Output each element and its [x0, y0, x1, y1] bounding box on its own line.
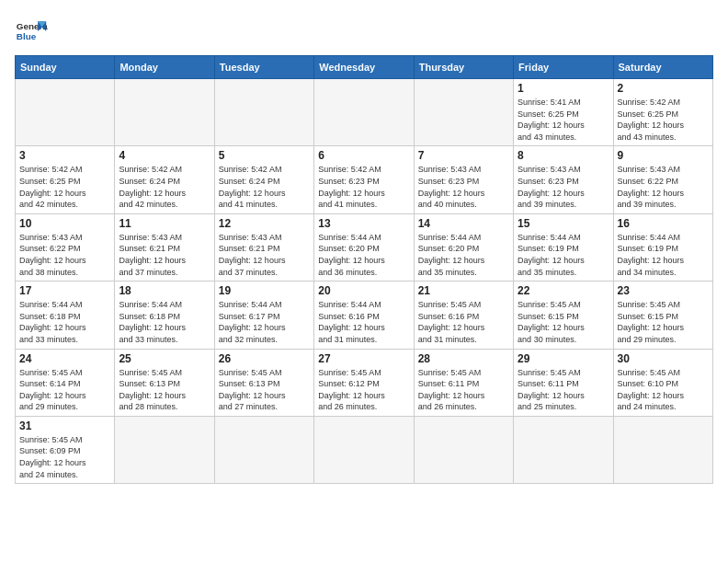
day-number: 10 [19, 217, 110, 230]
calendar-cell: 15Sunrise: 5:44 AM Sunset: 6:19 PM Dayli… [514, 213, 613, 281]
day-info: Sunrise: 5:42 AM Sunset: 6:25 PM Dayligh… [618, 97, 709, 143]
calendar-cell: 7Sunrise: 5:43 AM Sunset: 6:23 PM Daylig… [414, 146, 513, 213]
calendar-cell: 4Sunrise: 5:42 AM Sunset: 6:24 PM Daylig… [115, 146, 214, 213]
day-number: 18 [119, 284, 210, 297]
calendar-week-5: 24Sunrise: 5:45 AM Sunset: 6:14 PM Dayli… [16, 349, 713, 416]
day-info: Sunrise: 5:45 AM Sunset: 6:15 PM Dayligh… [518, 299, 609, 345]
day-info: Sunrise: 5:45 AM Sunset: 6:13 PM Dayligh… [119, 367, 210, 413]
calendar-cell: 22Sunrise: 5:45 AM Sunset: 6:15 PM Dayli… [514, 282, 613, 349]
day-info: Sunrise: 5:45 AM Sunset: 6:15 PM Dayligh… [618, 299, 709, 345]
calendar-table: SundayMondayTuesdayWednesdayThursdayFrid… [15, 55, 713, 484]
calendar-cell: 20Sunrise: 5:44 AM Sunset: 6:16 PM Dayli… [314, 282, 414, 349]
calendar-cell: 17Sunrise: 5:44 AM Sunset: 6:18 PM Dayli… [16, 282, 115, 349]
calendar-cell [115, 416, 214, 483]
day-number: 25 [119, 352, 210, 365]
day-info: Sunrise: 5:45 AM Sunset: 6:11 PM Dayligh… [518, 367, 609, 413]
day-info: Sunrise: 5:44 AM Sunset: 6:20 PM Dayligh… [418, 232, 509, 278]
day-number: 30 [618, 352, 709, 365]
day-number: 31 [19, 419, 110, 432]
weekday-header-row: SundayMondayTuesdayWednesdayThursdayFrid… [16, 56, 713, 79]
calendar-cell: 10Sunrise: 5:43 AM Sunset: 6:22 PM Dayli… [16, 213, 115, 281]
calendar-week-6: 31Sunrise: 5:45 AM Sunset: 6:09 PM Dayli… [16, 416, 713, 483]
calendar-cell: 16Sunrise: 5:44 AM Sunset: 6:19 PM Dayli… [613, 213, 712, 281]
day-number: 4 [119, 149, 210, 162]
calendar-cell: 18Sunrise: 5:44 AM Sunset: 6:18 PM Dayli… [115, 282, 214, 349]
day-number: 11 [119, 217, 210, 230]
calendar-cell: 14Sunrise: 5:44 AM Sunset: 6:20 PM Dayli… [414, 213, 513, 281]
calendar-cell [314, 416, 414, 483]
calendar-cell: 26Sunrise: 5:45 AM Sunset: 6:13 PM Dayli… [214, 349, 313, 416]
day-info: Sunrise: 5:42 AM Sunset: 6:24 PM Dayligh… [119, 164, 210, 210]
calendar-cell [214, 416, 313, 483]
calendar-cell: 30Sunrise: 5:45 AM Sunset: 6:10 PM Dayli… [613, 349, 712, 416]
day-number: 7 [418, 149, 509, 162]
day-info: Sunrise: 5:45 AM Sunset: 6:09 PM Dayligh… [19, 434, 110, 480]
day-info: Sunrise: 5:44 AM Sunset: 6:19 PM Dayligh… [618, 232, 709, 278]
calendar-cell: 3Sunrise: 5:42 AM Sunset: 6:25 PM Daylig… [16, 146, 115, 213]
calendar-week-3: 10Sunrise: 5:43 AM Sunset: 6:22 PM Dayli… [16, 213, 713, 281]
calendar-week-1: 1Sunrise: 5:41 AM Sunset: 6:25 PM Daylig… [16, 79, 713, 146]
calendar-cell: 13Sunrise: 5:44 AM Sunset: 6:20 PM Dayli… [314, 213, 414, 281]
day-number: 5 [219, 149, 310, 162]
svg-text:Blue: Blue [17, 31, 37, 41]
weekday-header-friday: Friday [514, 56, 613, 79]
calendar-cell: 27Sunrise: 5:45 AM Sunset: 6:12 PM Dayli… [314, 349, 414, 416]
calendar-cell: 23Sunrise: 5:45 AM Sunset: 6:15 PM Dayli… [613, 282, 712, 349]
day-number: 9 [618, 149, 709, 162]
calendar-cell [514, 416, 613, 483]
day-info: Sunrise: 5:44 AM Sunset: 6:18 PM Dayligh… [119, 299, 210, 345]
day-number: 8 [518, 149, 609, 162]
day-info: Sunrise: 5:45 AM Sunset: 6:10 PM Dayligh… [618, 367, 709, 413]
calendar-cell: 8Sunrise: 5:43 AM Sunset: 6:23 PM Daylig… [514, 146, 613, 213]
calendar-cell [414, 79, 513, 146]
day-number: 21 [418, 284, 509, 297]
day-number: 26 [219, 352, 310, 365]
day-info: Sunrise: 5:42 AM Sunset: 6:23 PM Dayligh… [318, 164, 409, 210]
day-number: 1 [518, 82, 609, 95]
calendar-cell [613, 416, 712, 483]
day-info: Sunrise: 5:44 AM Sunset: 6:17 PM Dayligh… [219, 299, 310, 345]
calendar-week-2: 3Sunrise: 5:42 AM Sunset: 6:25 PM Daylig… [16, 146, 713, 213]
day-number: 28 [418, 352, 509, 365]
day-info: Sunrise: 5:45 AM Sunset: 6:12 PM Dayligh… [318, 367, 409, 413]
calendar-cell: 24Sunrise: 5:45 AM Sunset: 6:14 PM Dayli… [16, 349, 115, 416]
day-info: Sunrise: 5:43 AM Sunset: 6:21 PM Dayligh… [119, 232, 210, 278]
calendar-cell: 29Sunrise: 5:45 AM Sunset: 6:11 PM Dayli… [514, 349, 613, 416]
calendar-cell: 5Sunrise: 5:42 AM Sunset: 6:24 PM Daylig… [214, 146, 313, 213]
calendar-cell: 6Sunrise: 5:42 AM Sunset: 6:23 PM Daylig… [314, 146, 414, 213]
day-number: 13 [318, 217, 409, 230]
calendar-cell: 19Sunrise: 5:44 AM Sunset: 6:17 PM Dayli… [214, 282, 313, 349]
calendar-cell: 31Sunrise: 5:45 AM Sunset: 6:09 PM Dayli… [16, 416, 115, 483]
day-info: Sunrise: 5:44 AM Sunset: 6:16 PM Dayligh… [318, 299, 409, 345]
day-info: Sunrise: 5:45 AM Sunset: 6:13 PM Dayligh… [219, 367, 310, 413]
calendar-week-4: 17Sunrise: 5:44 AM Sunset: 6:18 PM Dayli… [16, 282, 713, 349]
day-info: Sunrise: 5:43 AM Sunset: 6:23 PM Dayligh… [418, 164, 509, 210]
day-number: 27 [318, 352, 409, 365]
calendar-cell: 2Sunrise: 5:42 AM Sunset: 6:25 PM Daylig… [613, 79, 712, 146]
calendar-cell: 1Sunrise: 5:41 AM Sunset: 6:25 PM Daylig… [514, 79, 613, 146]
day-info: Sunrise: 5:44 AM Sunset: 6:18 PM Dayligh… [19, 299, 110, 345]
day-number: 23 [618, 284, 709, 297]
day-number: 22 [518, 284, 609, 297]
weekday-header-monday: Monday [115, 56, 214, 79]
calendar-cell: 21Sunrise: 5:45 AM Sunset: 6:16 PM Dayli… [414, 282, 513, 349]
day-number: 15 [518, 217, 609, 230]
day-info: Sunrise: 5:44 AM Sunset: 6:20 PM Dayligh… [318, 232, 409, 278]
day-info: Sunrise: 5:41 AM Sunset: 6:25 PM Dayligh… [518, 97, 609, 143]
day-info: Sunrise: 5:43 AM Sunset: 6:22 PM Dayligh… [618, 164, 709, 210]
day-info: Sunrise: 5:45 AM Sunset: 6:16 PM Dayligh… [418, 299, 509, 345]
day-info: Sunrise: 5:42 AM Sunset: 6:24 PM Dayligh… [219, 164, 310, 210]
day-number: 3 [19, 149, 110, 162]
calendar-cell: 11Sunrise: 5:43 AM Sunset: 6:21 PM Dayli… [115, 213, 214, 281]
calendar-cell: 25Sunrise: 5:45 AM Sunset: 6:13 PM Dayli… [115, 349, 214, 416]
calendar-cell [214, 79, 313, 146]
weekday-header-sunday: Sunday [16, 56, 115, 79]
weekday-header-wednesday: Wednesday [314, 56, 414, 79]
page-header: General Blue [15, 15, 713, 48]
day-number: 12 [219, 217, 310, 230]
day-number: 6 [318, 149, 409, 162]
weekday-header-thursday: Thursday [414, 56, 513, 79]
calendar-cell: 9Sunrise: 5:43 AM Sunset: 6:22 PM Daylig… [613, 146, 712, 213]
day-info: Sunrise: 5:43 AM Sunset: 6:21 PM Dayligh… [219, 232, 310, 278]
day-number: 2 [618, 82, 709, 95]
